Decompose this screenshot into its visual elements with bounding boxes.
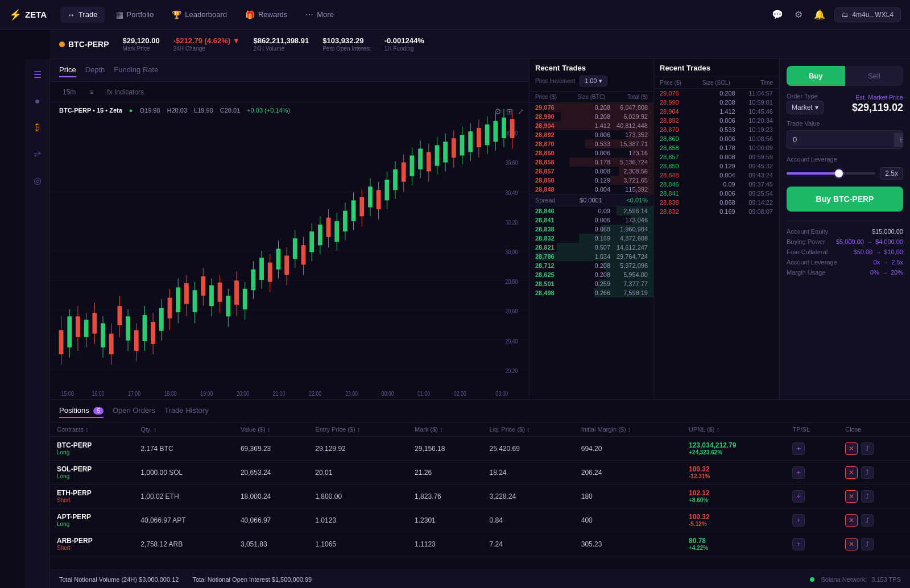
- ob-row-sell-6[interactable]: 28,8600.006173.16: [530, 148, 653, 158]
- ob-row-sell-10[interactable]: 28,8480.004115,392: [530, 185, 653, 194]
- tab-trade-history[interactable]: Trade History: [164, 404, 209, 418]
- volume-label: 24H Volume: [254, 45, 309, 52]
- sidebar-crypto-icon[interactable]: ●: [31, 93, 44, 110]
- apt-add-tpsl[interactable]: +: [792, 514, 805, 527]
- positions-tbody: BTC-PERPLong 2.174 BTC 69,369.23 29,129.…: [50, 437, 910, 556]
- ob-row-buy-1[interactable]: 28,8460.092,596.14: [530, 206, 653, 216]
- ob-row-buy-10[interactable]: 28,4980.2667,598.19: [530, 288, 653, 297]
- ob-row-buy-4[interactable]: 28,8320.1694,872,608: [530, 234, 653, 243]
- sol-mark: 21.26: [408, 461, 482, 485]
- apt-close-btn[interactable]: ✕: [845, 514, 858, 527]
- order-type-select[interactable]: Market ▾: [787, 101, 824, 114]
- ob-row-sell-2[interactable]: 28,9900.2086,029.92: [530, 112, 653, 121]
- sidebar-menu-icon[interactable]: ☰: [30, 66, 45, 84]
- btc-currency-btn[interactable]: BTC: [894, 133, 903, 147]
- tab-open-orders[interactable]: Open Orders: [113, 404, 155, 418]
- sidebar-user-icon[interactable]: ◎: [30, 172, 45, 189]
- buy-perp-button[interactable]: Buy BTC-PERP: [787, 187, 903, 212]
- left-sidebar: ☰ ● ₿ ⇌ ◎: [25, 59, 50, 588]
- sol-liq: 18.24: [483, 461, 574, 485]
- tab-price[interactable]: Price: [59, 63, 76, 77]
- bell-icon[interactable]: 🔔: [812, 7, 828, 22]
- nav-rewards-label: Rewards: [258, 10, 287, 19]
- eth-share-btn[interactable]: ⤴: [861, 490, 874, 503]
- sidebar-btc-icon[interactable]: ₿: [32, 119, 43, 136]
- buy-button[interactable]: Buy: [787, 66, 845, 86]
- nav-trade[interactable]: ↔ Trade: [60, 7, 104, 23]
- apt-tpsl: +: [785, 508, 838, 532]
- eth-add-tpsl[interactable]: +: [792, 490, 805, 503]
- sell-button[interactable]: Sell: [845, 66, 904, 86]
- ob-row-sell-1[interactable]: 29,0760.2086,047,808: [530, 103, 653, 112]
- chart-dot: ●: [129, 107, 133, 114]
- col-liq-price: Liq. Price ($) ↕: [483, 423, 574, 437]
- btc-share-btn[interactable]: ⤴: [861, 442, 874, 455]
- indicators-btn[interactable]: fx Indicators: [104, 86, 147, 98]
- tab-funding-rate[interactable]: Funding Rate: [114, 63, 158, 77]
- arb-close-btn[interactable]: ✕: [845, 538, 858, 550]
- order-type-label: Order Type: [787, 93, 824, 100]
- svg-rect-128: [510, 119, 515, 138]
- ob-row-buy-9[interactable]: 28,5010.2597,377.77: [530, 279, 653, 288]
- margin-usage-row: Margin Usage 0% → 20%: [787, 269, 903, 276]
- logo: ⚡ ZETA: [9, 9, 47, 21]
- ob-row-sell-4[interactable]: 28,8920.006173,352: [530, 130, 653, 139]
- ob-row-sell-7[interactable]: 28,8580.1785,136,724: [530, 158, 653, 167]
- svg-rect-100: [393, 169, 398, 190]
- svg-rect-28: [92, 313, 97, 333]
- rt-row-5: 28,8700.53310:19:23: [654, 125, 779, 134]
- ob-row-buy-2[interactable]: 28,8410.006173,046: [530, 216, 653, 225]
- svg-rect-24: [76, 316, 80, 337]
- ob-row-buy-7[interactable]: 28,7120.2085,972,096: [530, 261, 653, 270]
- nav-portfolio[interactable]: ▦ Portfolio: [109, 7, 161, 23]
- ob-row-sell-3[interactable]: 28,9041.41240,812,448: [530, 121, 653, 130]
- sol-close-btn[interactable]: ✕: [845, 466, 858, 479]
- eth-margin: 180: [574, 485, 682, 508]
- sell-orders: 29,0760.2086,047,808 28,9900.2086,029.92…: [530, 103, 653, 399]
- svg-rect-40: [143, 315, 147, 341]
- trade-value-input[interactable]: [787, 131, 894, 148]
- sol-share-btn[interactable]: ⤴: [861, 466, 874, 479]
- btc-close-btn[interactable]: ✕: [845, 442, 858, 455]
- price-increment-select[interactable]: 1.00 ▾: [580, 76, 607, 86]
- arb-add-tpsl[interactable]: +: [792, 538, 805, 550]
- settings-icon[interactable]: ⚙: [792, 7, 805, 22]
- tab-positions[interactable]: Positions 5: [59, 404, 104, 418]
- ob-row-sell-5[interactable]: 28,8700.53315,387.71: [530, 139, 653, 148]
- discord-icon[interactable]: 💬: [770, 7, 785, 22]
- total-volume-label: Total Notional Volume (24H): [59, 576, 137, 583]
- eth-close-btn[interactable]: ✕: [845, 490, 858, 503]
- chart-gear-icon[interactable]: ⚙: [494, 107, 502, 116]
- tab-depth[interactable]: Depth: [85, 63, 105, 77]
- sidebar-trade-icon[interactable]: ⇌: [30, 145, 44, 163]
- nav-leaderboard[interactable]: 🏆 Leaderboard: [165, 7, 234, 23]
- ob-row-buy-5[interactable]: 28,8210.50714,612,247: [530, 243, 653, 252]
- account-button[interactable]: 🗂 4m4u...WXL4: [834, 7, 901, 22]
- col-initial-margin: Initial Margin ($) ↕: [574, 423, 682, 437]
- svg-rect-54: [201, 276, 205, 296]
- ob-row-sell-8[interactable]: 28,8570.0082,308.56: [530, 167, 653, 176]
- chart-grid-icon[interactable]: ⊞: [506, 107, 513, 116]
- spread-row: Spread $0.0001 <0.01%: [530, 194, 653, 206]
- btc-add-tpsl[interactable]: +: [792, 442, 805, 455]
- sol-add-tpsl[interactable]: +: [792, 466, 805, 479]
- leverage-slider[interactable]: [787, 172, 875, 175]
- bar-type-btn[interactable]: ≡: [86, 86, 97, 98]
- chart-ohlc-c: C20.01: [220, 107, 240, 114]
- apt-share-btn[interactable]: ⤴: [861, 514, 874, 527]
- chart-fullscreen-icon[interactable]: ⤢: [518, 107, 524, 116]
- ob-row-sell-9[interactable]: 28,8500.1293,721.65: [530, 176, 653, 185]
- apt-value: 40,066.97: [234, 508, 308, 532]
- ob-row-buy-3[interactable]: 28,8380.0681,960,984: [530, 225, 653, 234]
- svg-rect-36: [126, 316, 130, 340]
- svg-text:01:00: 01:00: [417, 390, 430, 397]
- ob-row-buy-8[interactable]: 28,6250.2085,954.00: [530, 270, 653, 279]
- nav-rewards[interactable]: 🎁 Rewards: [238, 7, 294, 23]
- nav-more[interactable]: ⋯ More: [299, 7, 341, 23]
- logo-text: ZETA: [25, 10, 47, 19]
- svg-rect-46: [168, 298, 172, 318]
- timeframe-btn[interactable]: 15m: [59, 86, 79, 98]
- ob-row-buy-6[interactable]: 28,7861.03429,764,724: [530, 252, 653, 261]
- arb-share-btn[interactable]: ⤴: [861, 538, 874, 550]
- spread-label: Spread: [535, 197, 555, 204]
